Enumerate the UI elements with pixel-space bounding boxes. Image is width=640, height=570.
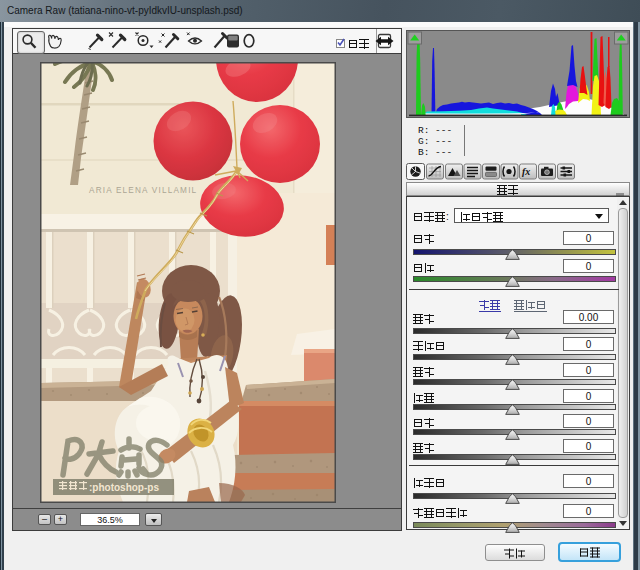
svg-text:fx: fx	[522, 166, 530, 177]
